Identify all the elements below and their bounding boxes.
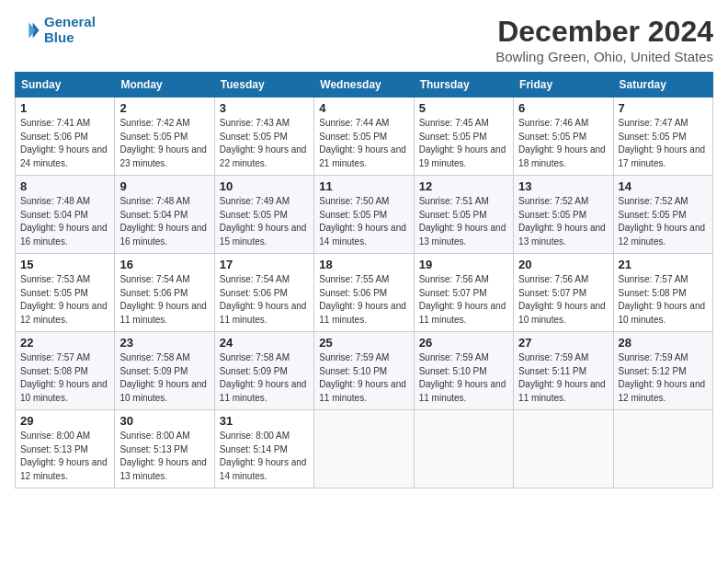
day-number: 19 <box>419 258 508 271</box>
day-detail: Sunrise: 7:58 AM Sunset: 5:09 PM Dayligh… <box>220 351 309 405</box>
day-number: 1 <box>20 101 109 115</box>
calendar-cell: 16Sunrise: 7:54 AM Sunset: 5:06 PM Dayli… <box>115 254 214 332</box>
calendar-cell: 31Sunrise: 8:00 AM Sunset: 5:14 PM Dayli… <box>214 410 313 488</box>
weekday-header-tuesday: Tuesday <box>214 73 313 98</box>
calendar-cell: 19Sunrise: 7:56 AM Sunset: 5:07 PM Dayli… <box>414 254 513 332</box>
calendar-cell: 24Sunrise: 7:58 AM Sunset: 5:09 PM Dayli… <box>214 332 313 410</box>
calendar-cell: 22Sunrise: 7:57 AM Sunset: 5:08 PM Dayli… <box>16 332 115 410</box>
calendar-cell: 29Sunrise: 8:00 AM Sunset: 5:13 PM Dayli… <box>16 410 115 488</box>
day-number: 25 <box>319 336 408 350</box>
day-number: 20 <box>518 258 608 271</box>
weekday-header-thursday: Thursday <box>414 73 513 98</box>
calendar-cell: 9Sunrise: 7:48 AM Sunset: 5:04 PM Daylig… <box>115 176 214 254</box>
calendar-cell: 12Sunrise: 7:51 AM Sunset: 5:05 PM Dayli… <box>414 176 513 254</box>
day-number: 18 <box>319 258 408 271</box>
day-detail: Sunrise: 7:53 AM Sunset: 5:05 PM Dayligh… <box>20 273 109 327</box>
day-detail: Sunrise: 7:56 AM Sunset: 5:07 PM Dayligh… <box>419 273 508 327</box>
calendar-table: SundayMondayTuesdayWednesdayThursdayFrid… <box>15 72 713 488</box>
day-detail: Sunrise: 7:55 AM Sunset: 5:06 PM Dayligh… <box>319 273 408 327</box>
day-number: 5 <box>419 101 508 115</box>
calendar-cell: 30Sunrise: 8:00 AM Sunset: 5:13 PM Dayli… <box>115 410 214 488</box>
day-detail: Sunrise: 7:46 AM Sunset: 5:05 PM Dayligh… <box>518 117 608 170</box>
day-number: 7 <box>619 101 708 115</box>
day-detail: Sunrise: 7:57 AM Sunset: 5:08 PM Dayligh… <box>619 273 708 327</box>
calendar-cell <box>613 410 712 488</box>
day-number: 24 <box>220 336 309 350</box>
calendar-cell <box>414 410 513 488</box>
day-number: 8 <box>20 179 109 193</box>
logo: General Blue <box>15 15 96 45</box>
weekday-header-saturday: Saturday <box>613 73 712 98</box>
calendar-cell <box>514 410 613 488</box>
calendar-cell: 11Sunrise: 7:50 AM Sunset: 5:05 PM Dayli… <box>314 176 414 254</box>
day-detail: Sunrise: 7:51 AM Sunset: 5:05 PM Dayligh… <box>419 195 508 248</box>
calendar-cell: 6Sunrise: 7:46 AM Sunset: 5:05 PM Daylig… <box>514 98 613 176</box>
logo-icon <box>15 17 40 43</box>
calendar-cell: 13Sunrise: 7:52 AM Sunset: 5:05 PM Dayli… <box>514 176 613 254</box>
calendar-title-area: December 2024 Bowling Green, Ohio, Unite… <box>495 15 713 64</box>
logo-text-line2: Blue <box>44 30 96 46</box>
calendar-week-4: 22Sunrise: 7:57 AM Sunset: 5:08 PM Dayli… <box>16 332 713 410</box>
day-number: 6 <box>518 101 608 115</box>
calendar-cell: 7Sunrise: 7:47 AM Sunset: 5:05 PM Daylig… <box>613 98 712 176</box>
calendar-week-5: 29Sunrise: 8:00 AM Sunset: 5:13 PM Dayli… <box>16 410 713 488</box>
day-number: 11 <box>319 179 408 193</box>
day-detail: Sunrise: 7:49 AM Sunset: 5:05 PM Dayligh… <box>220 195 309 248</box>
day-number: 22 <box>20 336 109 350</box>
day-number: 2 <box>119 101 209 115</box>
day-number: 30 <box>119 414 209 428</box>
calendar-week-3: 15Sunrise: 7:53 AM Sunset: 5:05 PM Dayli… <box>16 254 713 332</box>
calendar-cell: 2Sunrise: 7:42 AM Sunset: 5:05 PM Daylig… <box>115 98 214 176</box>
calendar-cell: 21Sunrise: 7:57 AM Sunset: 5:08 PM Dayli… <box>613 254 712 332</box>
day-number: 29 <box>20 414 109 428</box>
location-title: Bowling Green, Ohio, United States <box>495 49 713 64</box>
day-number: 9 <box>119 179 209 193</box>
calendar-cell: 10Sunrise: 7:49 AM Sunset: 5:05 PM Dayli… <box>214 176 313 254</box>
day-number: 13 <box>518 179 608 193</box>
logo-text-line1: General <box>44 15 96 30</box>
day-detail: Sunrise: 7:58 AM Sunset: 5:09 PM Dayligh… <box>119 351 209 405</box>
day-number: 15 <box>20 258 109 271</box>
day-detail: Sunrise: 7:52 AM Sunset: 5:05 PM Dayligh… <box>619 195 708 248</box>
day-detail: Sunrise: 7:48 AM Sunset: 5:04 PM Dayligh… <box>119 195 209 248</box>
day-number: 21 <box>619 258 708 271</box>
calendar-cell: 17Sunrise: 7:54 AM Sunset: 5:06 PM Dayli… <box>214 254 313 332</box>
calendar-week-1: 1Sunrise: 7:41 AM Sunset: 5:06 PM Daylig… <box>16 98 713 176</box>
day-detail: Sunrise: 7:59 AM Sunset: 5:11 PM Dayligh… <box>518 351 608 405</box>
calendar-cell: 4Sunrise: 7:44 AM Sunset: 5:05 PM Daylig… <box>314 98 414 176</box>
day-number: 12 <box>419 179 508 193</box>
month-title: December 2024 <box>495 15 713 49</box>
calendar-cell: 23Sunrise: 7:58 AM Sunset: 5:09 PM Dayli… <box>115 332 214 410</box>
day-number: 14 <box>619 179 708 193</box>
weekday-header-wednesday: Wednesday <box>314 73 414 98</box>
day-detail: Sunrise: 7:50 AM Sunset: 5:05 PM Dayligh… <box>319 195 408 248</box>
page-header: General Blue December 2024 Bowling Green… <box>15 15 713 64</box>
day-detail: Sunrise: 7:59 AM Sunset: 5:12 PM Dayligh… <box>619 351 708 405</box>
calendar-cell: 14Sunrise: 7:52 AM Sunset: 5:05 PM Dayli… <box>613 176 712 254</box>
calendar-cell: 15Sunrise: 7:53 AM Sunset: 5:05 PM Dayli… <box>16 254 115 332</box>
calendar-cell: 5Sunrise: 7:45 AM Sunset: 5:05 PM Daylig… <box>414 98 513 176</box>
calendar-cell: 27Sunrise: 7:59 AM Sunset: 5:11 PM Dayli… <box>514 332 613 410</box>
calendar-cell: 1Sunrise: 7:41 AM Sunset: 5:06 PM Daylig… <box>16 98 115 176</box>
calendar-week-2: 8Sunrise: 7:48 AM Sunset: 5:04 PM Daylig… <box>16 176 713 254</box>
day-number: 27 <box>518 336 608 350</box>
calendar-cell: 3Sunrise: 7:43 AM Sunset: 5:05 PM Daylig… <box>214 98 313 176</box>
day-number: 4 <box>319 101 408 115</box>
day-detail: Sunrise: 8:00 AM Sunset: 5:14 PM Dayligh… <box>220 430 309 483</box>
day-detail: Sunrise: 7:54 AM Sunset: 5:06 PM Dayligh… <box>220 273 309 327</box>
day-detail: Sunrise: 7:44 AM Sunset: 5:05 PM Dayligh… <box>319 117 408 170</box>
calendar-cell: 26Sunrise: 7:59 AM Sunset: 5:10 PM Dayli… <box>414 332 513 410</box>
day-detail: Sunrise: 7:54 AM Sunset: 5:06 PM Dayligh… <box>119 273 209 327</box>
weekday-header-monday: Monday <box>115 73 214 98</box>
day-number: 3 <box>220 101 309 115</box>
calendar-cell: 18Sunrise: 7:55 AM Sunset: 5:06 PM Dayli… <box>314 254 414 332</box>
day-detail: Sunrise: 7:56 AM Sunset: 5:07 PM Dayligh… <box>518 273 608 327</box>
calendar-cell: 8Sunrise: 7:48 AM Sunset: 5:04 PM Daylig… <box>16 176 115 254</box>
calendar-cell: 25Sunrise: 7:59 AM Sunset: 5:10 PM Dayli… <box>314 332 414 410</box>
day-number: 23 <box>119 336 209 350</box>
weekday-header-friday: Friday <box>514 73 613 98</box>
day-number: 17 <box>220 258 309 271</box>
day-detail: Sunrise: 7:52 AM Sunset: 5:05 PM Dayligh… <box>518 195 608 248</box>
calendar-cell: 20Sunrise: 7:56 AM Sunset: 5:07 PM Dayli… <box>514 254 613 332</box>
calendar-cell: 28Sunrise: 7:59 AM Sunset: 5:12 PM Dayli… <box>613 332 712 410</box>
